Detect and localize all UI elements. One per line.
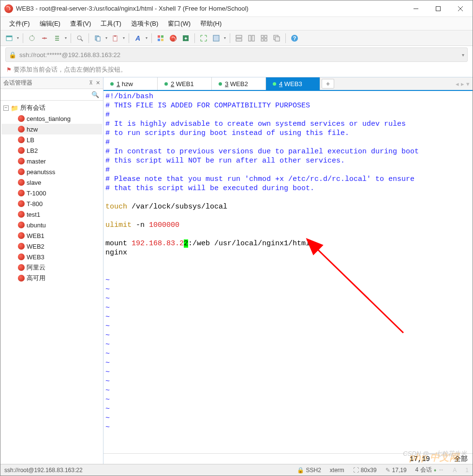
xftp-button[interactable]: ✦ xyxy=(180,32,192,44)
tile-grid-button[interactable] xyxy=(258,32,270,44)
session-item-hzw[interactable]: hzw xyxy=(1,124,102,134)
folder-icon: 📁 xyxy=(11,104,18,112)
menu-bar: 文件(F) 编辑(E) 查看(V) 工具(T) 选项卡(B) 窗口(W) 帮助(… xyxy=(0,17,473,30)
new-session-button[interactable] xyxy=(3,32,15,44)
menu-tab[interactable]: 选项卡(B) xyxy=(127,18,162,29)
maximize-button[interactable] xyxy=(427,1,449,16)
tab-WEB2[interactable]: 3 WEB2 xyxy=(212,77,266,90)
session-icon xyxy=(18,200,25,207)
menu-tools[interactable]: 工具(T) xyxy=(97,18,125,29)
session-search[interactable]: 🔍 xyxy=(0,89,103,101)
session-tree[interactable]: − 📁 所有会话 centos_tianlonghzwLBLB2masterpe… xyxy=(0,101,103,464)
search-button[interactable] xyxy=(74,32,86,44)
transparency-button[interactable] xyxy=(210,32,222,44)
svg-point-8 xyxy=(77,36,81,40)
address-bar[interactable]: 🔒 ssh://root:******@192.168.83.163:22 ▾ xyxy=(5,47,468,62)
tree-root-label: 所有会话 xyxy=(20,104,45,112)
svg-rect-15 xyxy=(161,35,163,38)
menu-window[interactable]: 窗口(W) xyxy=(164,18,194,29)
transparency-dropdown[interactable]: ▾ xyxy=(223,36,227,40)
svg-rect-1 xyxy=(436,6,441,11)
paste-button[interactable] xyxy=(109,32,121,44)
session-item-WEB1[interactable]: WEB1 xyxy=(1,230,102,241)
transfer-dropdown[interactable]: ▾ xyxy=(64,36,68,40)
session-item-高可用[interactable]: 高可用 xyxy=(1,273,102,283)
status-dot xyxy=(110,82,114,86)
reconnect-button[interactable] xyxy=(26,32,38,44)
svg-rect-20 xyxy=(213,35,219,41)
session-item-T-800[interactable]: T-800 xyxy=(1,198,102,209)
tree-root[interactable]: − 📁 所有会话 xyxy=(1,103,102,113)
status-cursor: ✎17,19 xyxy=(385,467,407,474)
session-icon xyxy=(18,253,25,260)
status-connection: ssh://root@192.168.83.163:22 xyxy=(4,467,83,474)
transfer-button[interactable] xyxy=(51,32,63,44)
session-item-LB2[interactable]: LB2 xyxy=(1,145,102,156)
copy-dropdown[interactable]: ▾ xyxy=(104,36,108,40)
session-item-LB[interactable]: LB xyxy=(1,134,102,145)
pane-header: 会话管理器 ⊼ ✕ xyxy=(0,77,103,89)
new-session-dropdown[interactable]: ▾ xyxy=(16,36,20,40)
cascade-button[interactable] xyxy=(271,32,282,44)
svg-rect-27 xyxy=(261,39,264,41)
status-term: xterm xyxy=(330,467,344,474)
session-item-peanutsss[interactable]: peanutsss xyxy=(1,166,102,177)
tab-label: 2 WEB1 xyxy=(171,80,194,88)
paste-dropdown[interactable]: ▾ xyxy=(122,36,126,40)
address-dropdown[interactable]: ▾ xyxy=(462,52,464,58)
session-item-阿里云[interactable]: 阿里云 xyxy=(1,262,102,273)
separator xyxy=(89,33,89,43)
collapse-icon[interactable]: − xyxy=(3,105,9,111)
session-item-centos_tianlong[interactable]: centos_tianlong xyxy=(1,113,102,124)
tile-h-button[interactable] xyxy=(233,32,245,44)
svg-rect-16 xyxy=(158,39,160,41)
menu-view[interactable]: 查看(V) xyxy=(66,18,95,29)
font-button[interactable]: A xyxy=(132,32,144,44)
tab-menu[interactable]: ▾ xyxy=(466,80,470,88)
tab-WEB3[interactable]: 4 WEB3 xyxy=(266,77,320,90)
svg-rect-11 xyxy=(97,37,100,41)
tab-hzw[interactable]: 1 hzw xyxy=(103,77,158,90)
session-item-slave[interactable]: slave xyxy=(1,177,102,188)
search-icon: 🔍 xyxy=(91,91,99,98)
session-item-T-1000[interactable]: T-1000 xyxy=(1,188,102,198)
xagent-button[interactable] xyxy=(167,32,179,44)
pin-button[interactable]: ⊼ xyxy=(89,80,93,86)
svg-rect-13 xyxy=(114,35,116,37)
status-bar: ssh://root@192.168.83.163:22 🔒SSH2 xterm… xyxy=(0,464,473,476)
menu-edit[interactable]: 编辑(E) xyxy=(36,18,64,29)
session-item-test1[interactable]: test1 xyxy=(1,209,102,220)
session-label: WEB2 xyxy=(27,243,44,250)
tab-WEB1[interactable]: 2 WEB1 xyxy=(158,77,212,90)
hint-text: 要添加当前会话，点击左侧的箭头按钮。 xyxy=(14,65,127,74)
svg-rect-22 xyxy=(236,39,242,41)
session-icon xyxy=(18,136,25,143)
toolbar: ▾ ▾ ▾ ▾ A ▾ ✦ ▾ ? xyxy=(0,30,473,46)
color-button[interactable] xyxy=(155,32,166,44)
font-dropdown[interactable]: ▾ xyxy=(145,36,148,40)
svg-point-7 xyxy=(44,37,45,39)
session-icon xyxy=(18,264,25,271)
add-tab-button[interactable]: + xyxy=(322,79,334,89)
svg-rect-23 xyxy=(249,35,251,41)
tab-label: 3 WEB2 xyxy=(225,80,248,88)
tab-prev[interactable]: ◂ xyxy=(456,80,459,88)
session-item-master[interactable]: master xyxy=(1,156,102,166)
copy-button[interactable] xyxy=(92,32,103,44)
session-item-WEB2[interactable]: WEB2 xyxy=(1,241,102,252)
session-item-WEB3[interactable]: WEB3 xyxy=(1,252,102,262)
fullscreen-button[interactable] xyxy=(198,32,209,44)
session-icon xyxy=(18,243,25,250)
minimize-button[interactable] xyxy=(405,1,427,16)
terminal[interactable]: #!/bin/bash # THIS FILE IS ADDED FOR COM… xyxy=(103,91,473,453)
tab-next[interactable]: ▸ xyxy=(461,80,464,88)
session-icon xyxy=(18,147,25,154)
close-button[interactable] xyxy=(449,1,472,16)
disconnect-button[interactable] xyxy=(39,32,50,44)
tile-v-button[interactable] xyxy=(246,32,257,44)
menu-file[interactable]: 文件(F) xyxy=(5,18,34,29)
pane-close-button[interactable]: ✕ xyxy=(96,80,100,86)
help-button[interactable]: ? xyxy=(289,32,300,44)
menu-help[interactable]: 帮助(H) xyxy=(196,18,225,29)
session-item-ubuntu[interactable]: ubuntu xyxy=(1,220,102,230)
